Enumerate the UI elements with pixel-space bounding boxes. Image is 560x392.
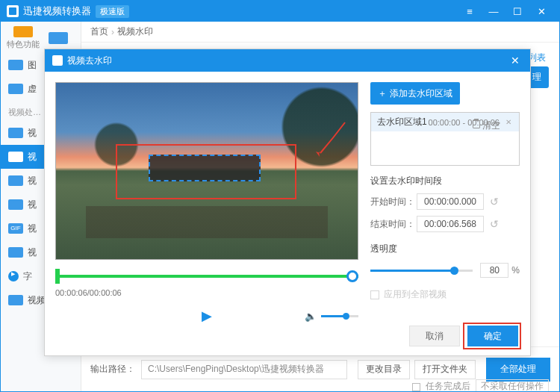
start-time-field[interactable]: 00:00:00.000	[417, 193, 484, 210]
opacity-label: 透明度	[370, 243, 520, 255]
breadcrumb-home[interactable]: 首页	[90, 25, 108, 38]
watermark-region-box[interactable]	[149, 155, 261, 181]
trim-end-handle[interactable]	[346, 270, 358, 282]
trim-ruler[interactable]	[55, 267, 358, 285]
checkbox-icon[interactable]	[412, 383, 420, 391]
volume-icon: 🔈	[305, 311, 317, 322]
end-time-label: 结束时间：	[370, 218, 417, 231]
output-path-field[interactable]: C:\Users\FengPing\Desktop\迅捷视频转换器	[141, 360, 347, 379]
process-all-button[interactable]: 全部处理	[486, 358, 550, 382]
menu-icon[interactable]: ≡	[458, 1, 482, 22]
clear-regions-button[interactable]: 清空	[473, 119, 500, 132]
status-bar: 任务完成后 不采取任何操作	[412, 380, 552, 392]
modal-logo-icon	[52, 55, 63, 66]
ok-button[interactable]: 确定	[467, 326, 518, 346]
end-time-field[interactable]: 00:00:06.568	[417, 216, 484, 232]
opacity-value[interactable]: 80	[480, 263, 508, 278]
edition-badge: 极速版	[96, 5, 129, 18]
watermark-modal: 视频去水印 ✕ 00:00:06/00:00:06 ▶ 🔈	[44, 49, 531, 356]
start-time-label: 开始时间：	[370, 196, 417, 208]
region-name: 去水印区域1	[377, 116, 427, 128]
apply-all-checkbox[interactable]: 应用到全部视频	[370, 288, 520, 301]
app-title: 迅捷视频转换器	[23, 4, 91, 18]
modal-header: 视频去水印 ✕	[45, 49, 530, 72]
time-section-label: 设置去水印时间段	[370, 175, 520, 187]
reset-start-icon[interactable]: ↺	[490, 196, 499, 208]
sidebar-tab-label: 特色功能	[7, 39, 40, 50]
maximize-button[interactable]: ☐	[505, 1, 529, 22]
volume-control[interactable]: 🔈	[305, 311, 358, 322]
sidebar-tab-convert[interactable]	[41, 26, 77, 50]
trash-icon	[473, 120, 480, 128]
breadcrumb: 首页 › 视频水印	[81, 22, 559, 43]
opacity-slider[interactable]	[370, 270, 473, 272]
output-path-label: 输出路径：	[90, 363, 135, 376]
modal-title: 视频去水印	[67, 55, 112, 67]
modal-close-button[interactable]: ✕	[508, 55, 523, 66]
trim-start-handle[interactable]	[55, 269, 60, 284]
region-remove-icon[interactable]: ✕	[504, 118, 513, 127]
minimize-button[interactable]: —	[482, 1, 505, 22]
window-titlebar: 迅捷视频转换器 极速版 ≡ — ☐ ✕	[1, 1, 559, 22]
play-button[interactable]: ▶	[202, 308, 212, 324]
after-action-select[interactable]: 不采取任何操作	[476, 379, 549, 392]
add-region-button[interactable]: ＋ 添加去水印区域	[370, 82, 460, 105]
close-button[interactable]: ✕	[529, 1, 553, 22]
app-logo-icon	[7, 5, 19, 17]
open-folder-button[interactable]: 打开文件夹	[414, 360, 476, 379]
change-dir-button[interactable]: 更改目录	[358, 360, 410, 379]
video-preview[interactable]	[55, 82, 358, 260]
breadcrumb-current: 视频水印	[117, 25, 153, 38]
timecode: 00:00:06/00:00:06	[55, 288, 358, 297]
sidebar-tab-featured[interactable]: 特色功能	[5, 26, 41, 50]
reset-end-icon[interactable]: ↺	[490, 218, 499, 230]
checkbox-icon	[370, 290, 379, 299]
cancel-button[interactable]: 取消	[409, 326, 460, 346]
opacity-handle[interactable]	[450, 267, 458, 275]
volume-handle[interactable]	[343, 313, 349, 320]
